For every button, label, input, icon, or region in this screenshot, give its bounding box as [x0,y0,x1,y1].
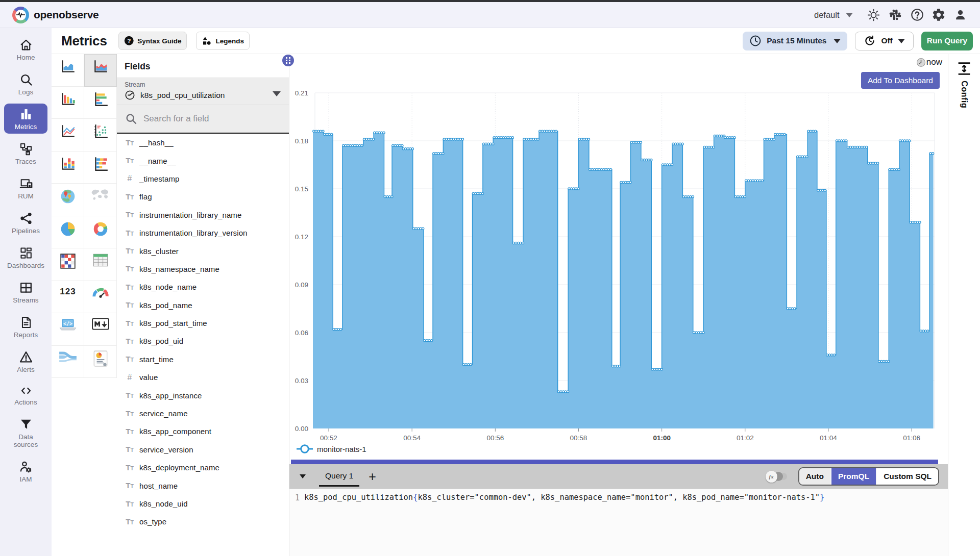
time-range-button[interactable]: Past 15 Minutes [743,32,847,50]
vrl-function-toggle[interactable]: fx [766,471,787,483]
field-name: k8s_app_component [139,427,211,436]
field-item-k8s_pod_name[interactable]: TTk8s_pod_name [117,296,289,314]
legend-monitor-nats-1[interactable]: monitor-nats-1 [297,445,366,453]
sidebar-item-home[interactable]: Home [4,34,47,64]
stream-select[interactable]: Stream k8s_pod_cpu_utilization [117,78,289,105]
brand-name: openobserve [34,9,99,21]
run-query-button[interactable]: Run Query [921,32,973,50]
field-item-start_time[interactable]: TTstart_time [117,350,289,368]
field-item-k8s_app_component[interactable]: TTk8s_app_component [117,422,289,440]
sidebar-item-dashboards[interactable]: Dashboards [4,242,47,272]
sidebar-item-label: Actions [14,398,37,406]
field-item-_timestamp[interactable]: #_timestamp [117,170,289,188]
sidebar-item-actions[interactable]: Actions [4,381,47,409]
sidebar-item-data-sources[interactable]: Datasources [4,414,47,451]
openobserve-logo[interactable]: openobserve [12,7,99,23]
field-item-__name__[interactable]: TT__name__ [117,151,289,169]
chart-type-h-bar[interactable] [84,87,117,119]
sidebar-item-streams[interactable]: Streams [4,277,47,307]
sidebar-item-rum[interactable]: RUM [4,173,47,203]
panel-drag-handle[interactable] [282,55,294,66]
dashboards-icon [19,246,33,260]
chart-type-heatmap[interactable] [52,248,84,281]
chart-type-sankey[interactable] [52,346,84,378]
sidebar-item-traces[interactable]: Traces [4,138,47,168]
field-item-value[interactable]: #value [117,368,289,386]
field-item-__hash__[interactable]: TT__hash__ [117,134,289,151]
field-item-k8s_cluster[interactable]: TTk8s_cluster [117,242,289,260]
stream-label: Stream [125,81,283,88]
org-selector[interactable]: default [814,10,853,20]
chart-type-pie[interactable] [52,216,84,249]
field-item-host_name[interactable]: TThost_name [117,476,289,494]
field-item-instrumentation_library_name[interactable]: TTinstrumentation_library_name [117,206,289,224]
sidebar-item-iam[interactable]: IAM [4,456,47,486]
chart-type-area-stacked[interactable] [84,54,117,87]
chart-type-html[interactable]: </> [52,313,84,346]
field-item-k8s_namespace_name[interactable]: TTk8s_namespace_name [117,260,289,278]
auto-refresh-button[interactable]: Off [855,32,913,50]
page-title: Metrics [61,33,107,49]
chart-type-donut[interactable] [84,216,117,249]
field-name: __name__ [139,157,176,165]
svg-text:0.18: 0.18 [295,137,308,145]
mode-promql-button[interactable]: PromQL [831,468,877,485]
field-item-service_name[interactable]: TTservice_name [117,405,289,422]
collapse-query-icon[interactable] [300,474,306,478]
field-item-flag[interactable]: TTflag [117,188,289,206]
chart-type-line[interactable] [52,119,84,151]
mode-custom-sql-button[interactable]: Custom SQL [877,468,938,485]
add-to-dashboard-button[interactable]: Add To Dashboard [861,72,940,89]
field-name: k8s_node_name [139,283,197,291]
chart-type-geomap[interactable] [52,184,84,216]
sidebar-item-label: Home [16,54,35,61]
sidebar-item-pipelines[interactable]: Pipelines [4,208,47,238]
chart-type-stacked[interactable] [52,151,84,184]
chart-type-custom-chart[interactable] [84,346,117,378]
settings-gear-icon[interactable] [928,4,950,26]
field-item-service_version[interactable]: TTservice_version [117,441,289,459]
chart-type-heatmap-icon [59,252,77,270]
field-item-k8s_node_name[interactable]: TTk8s_node_name [117,278,289,296]
field-item-k8s_deployment_name[interactable]: TTk8s_deployment_name [117,459,289,476]
syntax-guide-button[interactable]: ? Syntax Guide [118,32,187,50]
sidebar-item-metrics[interactable]: Metrics [4,104,47,134]
sidebar-item-logs[interactable]: Logs [4,69,47,99]
horizontal-splitter[interactable] [291,460,938,464]
chart-type-markdown[interactable] [84,313,117,346]
query-text[interactable]: k8s_pod_cpu_utilization{k8s_cluster="com… [304,493,824,556]
config-tab[interactable]: Config [957,61,972,108]
theme-toggle-icon[interactable] [863,4,885,26]
chart-type-bar[interactable] [52,87,84,119]
field-item-k8s_pod_uid[interactable]: TTk8s_pod_uid [117,332,289,350]
help-icon[interactable] [906,4,928,26]
chart-type-table[interactable] [84,248,117,281]
field-item-instrumentation_library_version[interactable]: TTinstrumentation_library_version [117,224,289,242]
chart-type-maps[interactable] [84,184,117,216]
field-item-k8s_pod_start_time[interactable]: TTk8s_pod_start_time [117,314,289,332]
text-field-icon: TT [125,427,135,436]
legends-button[interactable]: Legends [196,32,250,50]
field-item-k8s_node_uid[interactable]: TTk8s_node_uid [117,495,289,513]
query-editor[interactable]: 1 k8s_pod_cpu_utilization{k8s_cluster="c… [289,489,948,556]
field-item-os_type[interactable]: TTos_type [117,513,289,530]
slack-icon[interactable] [885,4,906,26]
sidebar-item-alerts[interactable]: Alerts [4,346,47,376]
chart-type-h-stacked[interactable] [84,151,117,184]
sidebar-item-reports[interactable]: Reports [4,312,47,342]
field-item-k8s_app_instance[interactable]: TTk8s_app_instance [117,386,289,404]
chart-type-area[interactable] [52,54,84,87]
chart-type-scatter[interactable] [84,119,117,151]
metrics-area-chart[interactable]: 0.000.030.060.090.120.150.180.2100:5200:… [289,54,948,460]
field-search[interactable]: Search for a field [117,105,289,134]
mode-auto-button[interactable]: Auto [799,468,831,485]
chart-type-gauge[interactable] [84,281,117,314]
chart-type-area-stacked-icon [92,58,109,74]
chart-type-line-icon [59,123,77,139]
add-query-button[interactable]: + [369,469,376,484]
text-field-icon: TT [125,499,135,509]
user-profile-icon[interactable] [950,4,972,26]
chart-type-metric-text[interactable]: 123 [52,281,84,314]
stream-value: k8s_pod_cpu_utilization [140,91,225,100]
query-tab[interactable]: Query 1 [318,466,360,487]
